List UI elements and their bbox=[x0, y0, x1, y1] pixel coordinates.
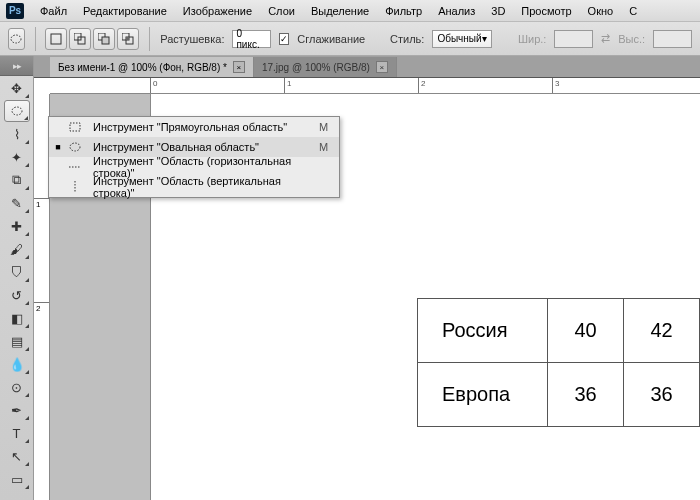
document-tab[interactable]: 17.jpg @ 100% (RGB/8) × bbox=[254, 57, 397, 77]
width-input bbox=[554, 30, 593, 48]
flyout-item-rect-marquee[interactable]: Инструмент "Прямоугольная область" M bbox=[49, 117, 339, 137]
ellipse-marquee-icon bbox=[9, 32, 23, 46]
tool-preset-button[interactable] bbox=[8, 28, 25, 50]
wand-icon: ✦ bbox=[11, 150, 22, 165]
style-value: Обычный bbox=[437, 33, 481, 44]
menu-bar: Ps Файл Редактирование Изображение Слои … bbox=[0, 0, 700, 22]
brush-icon: 🖌 bbox=[10, 242, 23, 257]
table-cell: Россия bbox=[418, 299, 548, 363]
menu-filter[interactable]: Фильтр bbox=[377, 2, 430, 20]
table-row: Европа 36 36 bbox=[418, 363, 700, 427]
bullet: ■ bbox=[55, 142, 61, 152]
arrow-icon: ↖ bbox=[11, 449, 22, 464]
swap-icon: ⇄ bbox=[601, 32, 610, 45]
brush-tool[interactable]: 🖌 bbox=[4, 238, 30, 260]
squares-int-icon bbox=[122, 33, 134, 45]
selection-mode-group bbox=[45, 28, 139, 50]
stamp-tool[interactable]: ⛉ bbox=[4, 261, 30, 283]
move-icon: ✥ bbox=[11, 81, 22, 96]
eraser-icon: ◧ bbox=[11, 311, 23, 326]
svg-point-11 bbox=[70, 143, 80, 151]
flyout-shortcut: M bbox=[319, 141, 333, 153]
drop-icon: 💧 bbox=[9, 357, 25, 372]
flyout-label: Инструмент "Область (вертикальная строка… bbox=[93, 175, 311, 199]
eraser-tool[interactable]: ◧ bbox=[4, 307, 30, 329]
dodge-tool[interactable]: ⊙ bbox=[4, 376, 30, 398]
heal-tool[interactable]: ✚ bbox=[4, 215, 30, 237]
menu-view[interactable]: Просмотр bbox=[513, 2, 579, 20]
antialias-checkbox[interactable]: ✓ bbox=[279, 33, 289, 45]
separator bbox=[35, 27, 36, 51]
menu-help[interactable]: С bbox=[621, 2, 645, 20]
gradient-tool[interactable]: ▤ bbox=[4, 330, 30, 352]
svg-rect-8 bbox=[126, 37, 129, 40]
type-tool[interactable]: T bbox=[4, 422, 30, 444]
close-icon[interactable]: × bbox=[233, 61, 245, 73]
gradient-icon: ▤ bbox=[11, 334, 23, 349]
mode-new-button[interactable] bbox=[45, 28, 67, 50]
marquee-flyout-menu: Инструмент "Прямоугольная область" M ■ И… bbox=[48, 116, 340, 198]
toolbox: ▸▸ ✥ ⌇ ✦ ⧉ ✎ ✚ 🖌 ⛉ ↺ ◧ ▤ 💧 ⊙ ✒ T ↖ ▭ bbox=[0, 56, 34, 500]
chevron-down-icon: ▾ bbox=[482, 33, 487, 44]
style-label: Стиль: bbox=[390, 33, 424, 45]
pen-tool[interactable]: ✒ bbox=[4, 399, 30, 421]
table-cell: 36 bbox=[548, 363, 624, 427]
menu-edit[interactable]: Редактирование bbox=[75, 2, 175, 20]
path-tool[interactable]: ↖ bbox=[4, 445, 30, 467]
flyout-label: Инструмент "Прямоугольная область" bbox=[93, 121, 311, 133]
col-marquee-icon bbox=[69, 181, 85, 193]
ruler-tick: 0 bbox=[153, 79, 157, 88]
ruler-tick: 3 bbox=[555, 79, 559, 88]
mode-subtract-button[interactable] bbox=[93, 28, 115, 50]
menu-3d[interactable]: 3D bbox=[483, 2, 513, 20]
eyedropper-icon: ✎ bbox=[11, 196, 22, 211]
shape-tool[interactable]: ▭ bbox=[4, 468, 30, 490]
menu-select[interactable]: Выделение bbox=[303, 2, 377, 20]
mode-intersect-button[interactable] bbox=[117, 28, 139, 50]
ruler-horizontal[interactable]: 0 1 2 3 bbox=[50, 78, 700, 94]
wand-tool[interactable]: ✦ bbox=[4, 146, 30, 168]
svg-point-0 bbox=[11, 35, 21, 43]
lasso-icon: ⌇ bbox=[14, 127, 20, 142]
style-select[interactable]: Обычный▾ bbox=[432, 30, 491, 48]
eyedropper-tool[interactable]: ✎ bbox=[4, 192, 30, 214]
flyout-label: Инструмент "Овальная область" bbox=[93, 141, 311, 153]
lasso-tool[interactable]: ⌇ bbox=[4, 123, 30, 145]
squares-sub-icon bbox=[98, 33, 110, 45]
svg-rect-5 bbox=[102, 37, 109, 44]
square-icon bbox=[50, 33, 62, 45]
dodge-icon: ⊙ bbox=[11, 380, 22, 395]
app-logo: Ps bbox=[6, 3, 24, 19]
toolbox-grip[interactable]: ▸▸ bbox=[0, 56, 33, 76]
blur-tool[interactable]: 💧 bbox=[4, 353, 30, 375]
feather-input[interactable]: 0 пикс. bbox=[232, 30, 271, 48]
ruler-tick: 2 bbox=[36, 304, 40, 313]
mode-add-button[interactable] bbox=[69, 28, 91, 50]
menu-layer[interactable]: Слои bbox=[260, 2, 303, 20]
ellipse-marquee-icon bbox=[10, 104, 24, 118]
crop-tool[interactable]: ⧉ bbox=[4, 169, 30, 191]
close-icon[interactable]: × bbox=[376, 61, 388, 73]
table-cell: 40 bbox=[548, 299, 624, 363]
menu-window[interactable]: Окно bbox=[580, 2, 622, 20]
history-brush-tool[interactable]: ↺ bbox=[4, 284, 30, 306]
ruler-tick: 1 bbox=[287, 79, 291, 88]
menu-image[interactable]: Изображение bbox=[175, 2, 260, 20]
expand-icon: ▸▸ bbox=[13, 61, 21, 71]
ruler-tick: 1 bbox=[36, 200, 40, 209]
crop-icon: ⧉ bbox=[12, 172, 21, 188]
table-cell: Европа bbox=[418, 363, 548, 427]
document-tab[interactable]: Без имени-1 @ 100% (Фон, RGB/8) * × bbox=[50, 57, 254, 77]
move-tool[interactable]: ✥ bbox=[4, 77, 30, 99]
svg-rect-1 bbox=[51, 34, 61, 44]
menu-analysis[interactable]: Анализ bbox=[430, 2, 483, 20]
separator bbox=[149, 27, 150, 51]
marquee-tool[interactable] bbox=[4, 100, 30, 122]
tab-label: Без имени-1 @ 100% (Фон, RGB/8) * bbox=[58, 62, 227, 73]
ellipse-marquee-icon bbox=[69, 141, 85, 153]
flyout-item-ellipse-marquee[interactable]: ■ Инструмент "Овальная область" M bbox=[49, 137, 339, 157]
flyout-item-row-marquee[interactable]: Инструмент "Область (горизонтальная стро… bbox=[49, 157, 339, 177]
menu-file[interactable]: Файл bbox=[32, 2, 75, 20]
width-label: Шир.: bbox=[518, 33, 546, 45]
flyout-item-col-marquee[interactable]: Инструмент "Область (вертикальная строка… bbox=[49, 177, 339, 197]
